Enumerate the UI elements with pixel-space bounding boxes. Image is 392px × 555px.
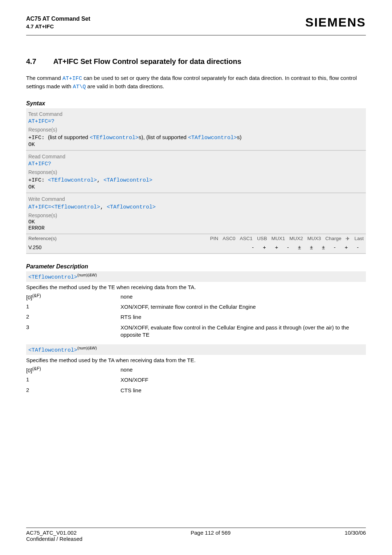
footer-confidential: Confidential / Released	[26, 536, 366, 542]
ref-val: -	[287, 244, 289, 250]
col-asc1: ASC1	[240, 236, 253, 242]
reference-values: - + + - ± ± ± - + -	[252, 244, 364, 250]
resp-prefix: +IFC:	[28, 177, 48, 183]
param-sup: (num)(&W)	[77, 273, 97, 277]
param-teflowcontrol-header: <TEflowcontrol>(num)(&W)	[26, 271, 366, 282]
footer-right: 10/30/06	[345, 530, 366, 536]
val-key: 2	[26, 387, 121, 394]
read-response: +IFC: <TEflowcontrol>, <TAflowcontrol>	[28, 176, 364, 184]
te-row-1: 1 XON/XOFF, terminate flow control in th…	[26, 302, 366, 312]
col-asc0: ASC0	[222, 236, 235, 242]
footer-rule	[26, 527, 366, 528]
block-label: Response(s)	[28, 211, 364, 219]
param-sup: (num)(&W)	[77, 346, 97, 350]
param-teflowcontrol-link[interactable]: <TEflowcontrol>	[51, 204, 100, 210]
block-label: Response(s)	[28, 168, 364, 176]
doc-subtitle: 4.7 AT+IFC	[26, 23, 90, 30]
param-name: <TAflowcontrol>	[28, 347, 77, 353]
ref-val: -	[252, 244, 254, 250]
read-command: AT+IFC?	[28, 160, 364, 168]
te-description: Specifies the method used by the TE when…	[26, 282, 366, 292]
doc-title: AC75 AT Command Set	[26, 15, 90, 23]
col-charge: Charge	[325, 236, 341, 242]
val-key: 1	[26, 376, 121, 384]
page-footer: AC75_ATC_V01.002 Page 112 of 569 10/30/0…	[26, 525, 366, 542]
reference-value-row: V.250 - + + - ± ± ± - + -	[26, 243, 366, 254]
param-teflowcontrol-link[interactable]: <TEflowcontrol>	[48, 177, 97, 183]
val-key: 1	[26, 303, 121, 311]
block-label: Read Command	[28, 152, 364, 160]
reference-columns: PIN ASC0 ASC1 USB MUX1 MUX2 MUX3 Charge …	[210, 236, 364, 242]
header-rule	[26, 35, 366, 36]
param-taflowcontrol-link[interactable]: <TAflowcontrol>	[103, 177, 152, 183]
section-number: 4.7	[26, 57, 52, 66]
val-desc: RTS line	[121, 313, 366, 321]
param-teflowcontrol-link[interactable]: <TEflowcontrol>	[90, 135, 139, 141]
ref-val: ±	[310, 244, 313, 250]
val-desc: CTS line	[121, 387, 366, 394]
write-command-block: Write Command AT+IFC=<TEflowcontrol>, <T…	[26, 193, 366, 234]
footer-version: AC75_ATC_V01.002	[26, 530, 77, 536]
val-desc: none	[121, 293, 366, 300]
val-key: [0]	[26, 294, 32, 300]
val-key: 3	[26, 324, 121, 339]
test-command-block: Test Command AT+IFC=? Response(s) +IFC: …	[26, 108, 366, 151]
param-taflowcontrol-link[interactable]: <TAflowcontrol>	[188, 135, 237, 141]
block-label: Test Command	[28, 110, 364, 118]
header-left: AC75 AT Command Set 4.7 AT+IFC	[26, 15, 90, 30]
write-prefix: AT+IFC=	[28, 203, 51, 211]
param-taflowcontrol-link[interactable]: <TAflowcontrol>	[107, 204, 156, 210]
col-mux3: MUX3	[307, 236, 321, 242]
ta-row-0: [0](&F) none	[26, 365, 366, 375]
ref-val: -	[334, 244, 336, 250]
intro-text: The command	[26, 75, 62, 81]
intro-paragraph: The command AT+IFC can be used to set or…	[26, 74, 366, 91]
param-taflowcontrol-header: <TAflowcontrol>(num)(&W)	[26, 344, 366, 355]
val-desc: XON/XOFF, terminate flow control in the …	[121, 303, 366, 311]
col-usb: USB	[257, 236, 267, 242]
block-label: Write Command	[28, 195, 364, 203]
test-command: AT+IFC=?	[28, 118, 364, 125]
ref-val: -	[357, 244, 359, 250]
reference-label: Reference(s)	[28, 236, 57, 241]
te-row-0: [0](&F) none	[26, 292, 366, 302]
cmd-atq-link[interactable]: AT\Q	[73, 84, 86, 90]
ref-val: ±	[298, 244, 301, 250]
ref-val: +	[275, 244, 278, 250]
resp-text: s)	[237, 134, 242, 140]
val-desc: XON/XOFF, evaluate flow control in the C…	[121, 324, 366, 339]
col-pin: PIN	[210, 236, 219, 242]
syntax-heading: Syntax	[26, 100, 366, 107]
val-desc: XON/XOFF	[121, 376, 366, 384]
param-name: <TEflowcontrol>	[28, 274, 77, 280]
ta-description: Specifies the method used by the TA when…	[26, 355, 366, 365]
footer-center: Page 112 of 569	[191, 530, 230, 536]
te-row-3: 3 XON/XOFF, evaluate flow control in the…	[26, 323, 366, 340]
section-title-text: AT+IFC Set Flow Control separately for d…	[53, 57, 241, 65]
cmd-atifc-link[interactable]: AT+IFC	[62, 76, 82, 82]
ref-val: +	[345, 244, 348, 250]
col-last: Last	[354, 236, 364, 242]
col-mux2: MUX2	[289, 236, 303, 242]
test-response: +IFC: (list of supported <TEflowcontrol>…	[28, 133, 364, 142]
ok-text: OK	[28, 219, 364, 225]
ref-val: +	[263, 244, 266, 250]
brand-logo: SIEMENS	[305, 15, 366, 29]
val-key: [0]	[26, 367, 32, 373]
resp-text: s), (list of supported	[139, 134, 188, 140]
comma: ,	[100, 204, 107, 210]
read-command-block: Read Command AT+IFC? Response(s) +IFC: <…	[26, 151, 366, 193]
val-desc: none	[121, 366, 366, 373]
ref-val: ±	[322, 244, 325, 250]
reference-name: V.250	[28, 244, 42, 250]
reference-header-row: Reference(s) PIN ASC0 ASC1 USB MUX1 MUX2…	[26, 234, 366, 243]
col-mux1: MUX1	[271, 236, 285, 242]
footer-left: AC75_ATC_V01.002	[26, 530, 77, 536]
resp-text: (list of supported	[48, 134, 90, 140]
ta-row-1: 1 XON/XOFF	[26, 375, 366, 385]
write-command-line: AT+IFC=<TEflowcontrol>, <TAflowcontrol>	[28, 203, 364, 211]
parameter-description-heading: Parameter Description	[26, 263, 366, 270]
val-key: 2	[26, 313, 121, 321]
te-row-2: 2 RTS line	[26, 312, 366, 322]
val-key-sup: (&F)	[32, 366, 41, 371]
